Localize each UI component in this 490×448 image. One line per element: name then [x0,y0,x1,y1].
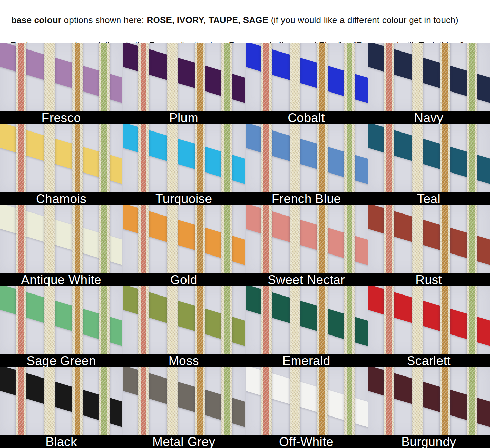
swatch-row: Black Metal Grey Off-White Burgundy [0,367,490,448]
sage-cord [99,367,110,435]
ivory-cord [44,205,55,273]
swatch-label-metal-grey: Metal Grey [122,435,245,448]
taupe-cord [317,286,328,354]
taupe-cord [195,43,205,111]
sage-cord [467,367,477,435]
sage-cord [467,205,477,273]
sage-cord [344,43,355,111]
taupe-cord [440,286,450,354]
swatch-emerald [245,286,368,354]
sage-cord [221,43,232,111]
ivory-cord [44,43,55,111]
sage-cord [99,286,110,354]
row-label-banner: Sage Green Moss Emerald Scarlett [0,354,490,367]
taupe-cord [440,43,450,111]
rose-cord [384,43,394,111]
swatch-label-moss: Moss [122,354,245,367]
row-label-banner: Chamois Turquoise French Blue Teal [0,192,490,205]
rose-cord [16,286,26,354]
sage-cord [221,286,232,354]
swatch-scarlett [368,286,490,354]
row-photos [0,286,490,354]
swatch-grid: Fresco Plum Cobalt Navy Chamois Turquois [0,43,490,448]
swatch-navy [368,43,490,111]
swatch-label-rust: Rust [368,273,490,286]
swatch-label-french-blue: French Blue [245,192,368,205]
swatch-gold [122,205,245,273]
sage-cord [99,43,110,111]
taupe-cord [195,124,205,192]
swatch-turquoise [122,124,245,192]
swatch-burgundy [368,367,490,435]
taupe-cord [440,124,450,192]
taupe-cord [317,124,328,192]
header-line1-text: options shown here: [61,15,146,25]
swatch-label-off-white: Off-White [245,435,368,448]
ivory-cord [167,43,178,111]
sage-cord [221,124,232,192]
ivory-cord [290,124,300,192]
taupe-cord [195,286,205,354]
row-photos [0,43,490,111]
sage-cord [221,205,232,273]
rose-cord [384,124,394,192]
ivory-cord [44,124,55,192]
ivory-cord [290,286,300,354]
base-colour-text: base colour [11,15,61,25]
header-line1-note: (if you would like a different colour ge… [268,15,458,25]
swatch-label-emerald: Emerald [245,354,368,367]
swatch-teal [368,124,490,192]
swatch-antique-white [0,205,122,273]
header: base colour options shown here: ROSE, IV… [0,0,490,43]
rose-cord [261,367,272,435]
ivory-cord [290,205,300,273]
ivory-cord [167,124,178,192]
row-label-banner: Fresco Plum Cobalt Navy [0,111,490,124]
swatch-row: Sage Green Moss Emerald Scarlett [0,286,490,367]
ivory-cord [167,286,178,354]
rose-cord [261,124,272,192]
row-photos [0,124,490,192]
sage-cord [344,367,355,435]
taupe-cord [195,205,205,273]
taupe-cord [72,43,83,111]
taupe-cord [72,367,83,435]
ivory-cord [412,286,423,354]
swatch-row: Antique White Gold Sweet Nectar Rust [0,205,490,286]
ivory-cord [167,367,178,435]
swatch-fresco [0,43,122,111]
swatch-sweet-nectar [245,205,368,273]
sage-cord [221,367,232,435]
swatch-label-cobalt: Cobalt [245,111,368,124]
taupe-cord [317,43,328,111]
swatch-row: Chamois Turquoise French Blue Teal [0,124,490,205]
row-photos [0,367,490,435]
taupe-cord [440,367,450,435]
swatch-label-turquoise: Turquoise [122,192,245,205]
swatch-off-white [245,367,368,435]
swatch-label-burgundy: Burgundy [368,435,490,448]
swatch-plum [122,43,245,111]
ivory-cord [412,124,423,192]
sage-cord [467,43,477,111]
swatch-black [0,367,122,435]
ivory-cord [44,367,55,435]
swatch-label-scarlett: Scarlett [368,354,490,367]
swatch-metal-grey [122,367,245,435]
rose-cord [138,367,149,435]
rose-cord [261,43,272,111]
swatch-moss [122,286,245,354]
ivory-cord [412,367,423,435]
rose-cord [16,43,26,111]
taupe-cord [72,286,83,354]
sage-cord [467,124,477,192]
row-label-banner: Black Metal Grey Off-White Burgundy [0,435,490,448]
ivory-cord [44,286,55,354]
base-colour-options-text: ROSE, IVORY, TAUPE, SAGE [147,15,269,25]
row-photos [0,205,490,273]
ivory-cord [412,205,423,273]
sage-cord [344,124,355,192]
sage-cord [467,286,477,354]
rose-cord [138,43,149,111]
swatch-label-sweet-nectar: Sweet Nectar [245,273,368,286]
